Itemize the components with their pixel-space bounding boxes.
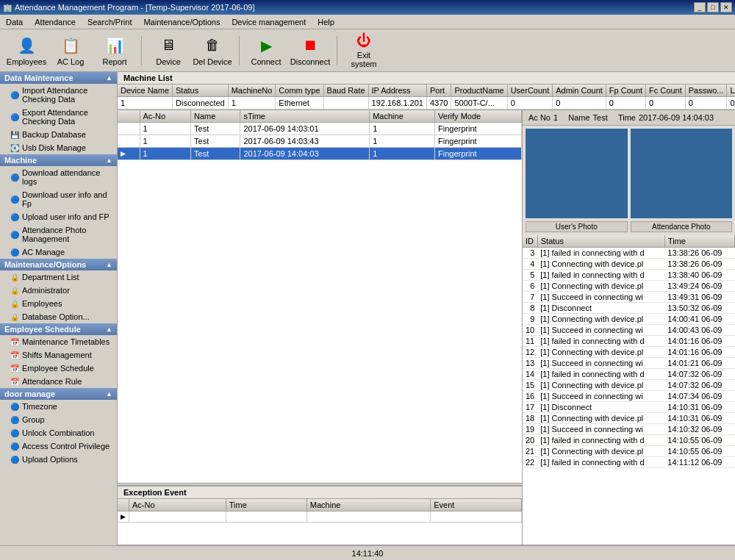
admin-icon: 🔒 [10,287,19,295]
menu-search-print[interactable]: Search/Print [82,16,138,28]
sidebar-item-download-logs[interactable]: 🔵 Download attendance logs [0,166,117,188]
exception-table-container[interactable]: Ac-No Time Machine Event ▶ [118,499,522,545]
sidebar-item-download-user[interactable]: 🔵 Download user info and Fp [0,188,117,210]
sidebar-item-timetables[interactable]: 📅 Maintenance Timetables [0,335,117,348]
sidebar-item-photo-mgmt[interactable]: 🔵 Attendance Photo Management [0,223,117,245]
maximize-button[interactable]: □ [707,2,719,12]
db-icon: 🔒 [10,313,19,321]
attendance-row[interactable]: 1Test2017-06-09 14:03:431Fingerprint [118,135,522,148]
sidebar-item-import[interactable]: 🔵 Import Attendance Checking Data [0,84,117,106]
attendance-records: Ac-No Name sTime Machine Verify Mode 1Te… [118,110,522,545]
records-table-container[interactable]: Ac-No Name sTime Machine Verify Mode 1Te… [118,110,522,483]
sidebar-item-emp-schedule[interactable]: 📅 Employee Schedule [0,362,117,375]
log-row: 21[1] Connecting with device.pl14:10:55 … [523,446,735,457]
exit-icon: ⏻ [354,32,374,49]
sidebar-item-admin[interactable]: 🔒 Administrator [0,284,117,297]
toolbar: 👤 Employees 📋 AC Log 📊 Report 🖥 Device 🗑… [0,29,735,72]
upload-user-icon: 🔵 [10,213,19,221]
sidebar-item-usb[interactable]: 💽 Usb Disk Manage [0,141,117,154]
timetable-icon: 📅 [10,338,19,346]
report-icon: 📊 [104,35,125,56]
title-bar: 🏢 Attendance Management Program - [Temp-… [0,0,735,15]
del-device-button[interactable]: 🗑 Del Device [192,32,233,69]
collapse-arrow-4: ▲ [106,326,112,333]
sidebar-item-upload-user[interactable]: 🔵 Upload user info and FP [0,210,117,223]
attendance-header: Ac-No Name sTime Machine Verify Mode [118,110,522,123]
device-icon: 🖥 [158,35,179,56]
menu-attendance[interactable]: Attendance [29,16,82,28]
col-machine: Machine [370,110,435,123]
machine-list-table-container[interactable]: Device Name Status MachineNo Comm type B… [118,85,735,110]
device-button[interactable]: 🖥 Device [148,32,189,69]
exception-table: Ac-No Time Machine Event ▶ [118,499,522,523]
employees-button[interactable]: 👤 Employees [6,32,47,69]
menu-help[interactable]: Help [312,16,340,28]
menu-data[interactable]: Data [0,16,29,28]
sidebar-item-att-rule[interactable]: 📅 Attendance Rule [0,375,117,388]
sidebar-item-dept-list[interactable]: 🔒 Department List [0,270,117,284]
dept-icon: 🔒 [10,273,19,281]
col-passwo: Passwo... [685,85,727,97]
employees-icon: 👤 [16,35,37,56]
attendance-row[interactable]: 1Test2017-06-09 14:03:011Fingerprint [118,123,522,135]
log-table-container[interactable]: ID Status Time 3[1] failed in connecting… [523,235,735,545]
sidebar-item-ac-manage[interactable]: 🔵 AC Manage [0,245,117,259]
sidebar-item-unlock[interactable]: 🔵 Unlock Combination [0,426,117,439]
sidebar-section-door[interactable]: door manage ▲ [0,388,117,400]
sidebar-section-schedule[interactable]: Employee Schedule ▲ [0,323,117,335]
sidebar-item-backup[interactable]: 💾 Backup Database [0,128,117,141]
sidebar-item-export[interactable]: 🔵 Export Attendance Checking Data [0,106,117,128]
collapse-arrow-2: ▲ [106,157,112,164]
app-icon: 🏢 [3,4,12,12]
ac-no-value: 1 [553,113,558,122]
log-row: 7[1] Succeed in connecting wi13:49:31 06… [523,292,735,303]
col-log-count: Log Count [727,85,735,97]
machine-list-header: Device Name Status MachineNo Comm type B… [118,85,735,97]
col-ex-time: Time [226,499,306,511]
log-row: 20[1] failed in connecting with d14:10:5… [523,435,735,446]
connect-button[interactable]: ▶ Connect [245,32,287,69]
log-row: 5[1] failed in connecting with d13:38:40… [523,270,735,281]
log-row: 10[1] Succeed in connecting wi14:00:43 0… [523,325,735,336]
upload-options-icon: 🔵 [10,456,19,464]
report-button[interactable]: 📊 Report [94,32,135,69]
minimize-button[interactable]: _ [694,2,706,12]
sidebar-item-upload-options[interactable]: 🔵 Upload Options [0,453,117,466]
collapse-arrow: ▲ [106,74,112,82]
attendance-photo-box [631,129,733,218]
menu-maintenance[interactable]: Maintenance/Options [137,16,226,28]
sidebar-item-employees[interactable]: 🔒 Employees [0,297,117,310]
att-rule-icon: 📅 [10,378,19,386]
col-fc-count: Fc Count [646,85,686,97]
attendance-table: Ac-No Name sTime Machine Verify Mode 1Te… [118,110,522,160]
sidebar-item-access-priv[interactable]: 🔵 Access Control Privilege [0,439,117,453]
attendance-row[interactable]: ▶1Test2017-06-09 14:04:031Fingerprint [118,148,522,160]
machine-list-row[interactable]: 1Disconnected1Ethernet192.168.1.20143705… [118,97,735,110]
separator-3 [337,36,337,65]
log-col-status: Status [537,235,664,248]
group-icon: 🔵 [10,416,19,424]
right-panel-header: Ac No 1 Name Test Time 2017-06-09 14:04:… [523,110,735,126]
col-product-name: ProductName [451,85,507,97]
menu-device-management[interactable]: Device management [226,16,312,28]
ac-log-button[interactable]: 📋 AC Log [50,32,91,69]
log-row: 6[1] Connecting with device.pl13:49:24 0… [523,281,735,292]
menu-bar: Data Attendance Search/Print Maintenance… [0,15,735,29]
separator-2 [239,36,240,65]
sidebar-section-data-maintenance[interactable]: Data Maintenance ▲ [0,72,117,84]
log-col-time: Time [664,235,734,248]
exit-button[interactable]: ⏻ Exit system [343,32,384,69]
log-row: 8[1] Disconnect13:50:32 06-09 [523,303,735,314]
sidebar-section-maintenance[interactable]: Maintenance/Options ▲ [0,259,117,270]
ac-no-label: Ac No [528,113,551,122]
sidebar-item-db-option[interactable]: 🔒 Database Option... [0,310,117,323]
sidebar-item-group[interactable]: 🔵 Group [0,413,117,426]
disconnect-button[interactable]: ⏹ Disconnect [290,32,331,69]
right-panel-photos [523,126,735,221]
user-photo-box [526,129,628,218]
close-button[interactable]: ✕ [720,2,732,12]
sidebar-item-timezone[interactable]: 🔵 Timezone [0,400,117,413]
sidebar-section-machine[interactable]: Machine ▲ [0,154,117,166]
sidebar-item-shifts[interactable]: 📅 Shifts Management [0,348,117,362]
col-ac-no: Ac-No [140,110,191,123]
